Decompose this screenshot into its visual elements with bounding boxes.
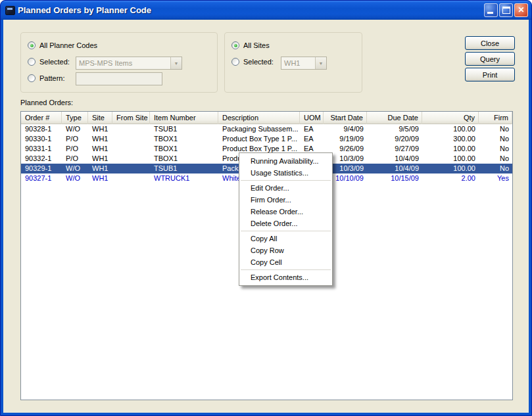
- cell-from-site[interactable]: [112, 124, 150, 134]
- cell-item-number[interactable]: TBOX1: [150, 154, 218, 164]
- maximize-button[interactable]: [499, 3, 513, 17]
- cell-qty[interactable]: 300.00: [422, 134, 479, 144]
- cell-due-date[interactable]: 9/27/09: [367, 144, 422, 154]
- cell-from-site[interactable]: [112, 144, 150, 154]
- cell-description[interactable]: Packaging Subassem...: [218, 124, 300, 134]
- cell-order-no[interactable]: 90327-1: [21, 173, 62, 183]
- cell-qty[interactable]: 100.00: [422, 154, 479, 164]
- cell-firm[interactable]: No: [479, 124, 512, 134]
- print-button[interactable]: Print: [465, 68, 515, 81]
- menu-item-copy-cell[interactable]: Copy Cell: [239, 256, 332, 268]
- table-row[interactable]: 90328-1 W/O WH1 TSUB1 Packaging Subassem…: [21, 124, 512, 134]
- cell-start-date[interactable]: 9/4/09: [324, 124, 367, 134]
- menu-item-copy-all[interactable]: Copy All: [239, 233, 332, 244]
- radio-selected-site[interactable]: [231, 58, 239, 66]
- cell-due-date[interactable]: 10/15/09: [367, 173, 422, 183]
- cell-order-no[interactable]: 90330-1: [21, 134, 62, 144]
- column-header-firm[interactable]: Firm: [479, 112, 512, 124]
- menu-item-running-availability[interactable]: Running Availability...: [239, 155, 332, 167]
- cell-due-date[interactable]: 9/20/09: [367, 134, 422, 144]
- radio-row-pattern: Pattern:: [28, 74, 65, 82]
- column-header-site[interactable]: Site: [88, 112, 112, 124]
- cell-site[interactable]: WH1: [88, 154, 112, 164]
- cell-firm[interactable]: No: [479, 134, 512, 144]
- cell-qty[interactable]: 100.00: [422, 164, 479, 173]
- cell-item-number[interactable]: TBOX1: [150, 144, 218, 154]
- cell-start-date[interactable]: 9/19/09: [324, 134, 367, 144]
- titlebar[interactable]: Planned Orders by Planner Code ✕: [1, 1, 531, 20]
- pattern-input: [76, 72, 162, 85]
- minimize-icon: [487, 12, 493, 14]
- radio-pattern[interactable]: [28, 74, 36, 82]
- cell-order-no[interactable]: 90331-1: [21, 144, 62, 154]
- cell-order-no[interactable]: 90328-1: [21, 124, 62, 134]
- cell-site[interactable]: WH1: [88, 164, 112, 173]
- radio-row-all-sites: All Sites: [231, 41, 270, 49]
- cell-firm[interactable]: Yes: [479, 173, 512, 183]
- cell-uom[interactable]: EA: [300, 134, 324, 144]
- cell-firm[interactable]: No: [479, 164, 512, 173]
- cell-from-site[interactable]: [112, 164, 150, 173]
- cell-qty[interactable]: 100.00: [422, 124, 479, 134]
- close-window-button[interactable]: ✕: [514, 3, 528, 17]
- radio-selected-planner[interactable]: [28, 58, 36, 66]
- menu-item-delete-order[interactable]: Delete Order...: [239, 218, 332, 229]
- cell-site[interactable]: WH1: [88, 134, 112, 144]
- column-header-uom[interactable]: UOM: [300, 112, 324, 124]
- column-header-start-date[interactable]: Start Date: [324, 112, 367, 124]
- cell-type[interactable]: W/O: [62, 124, 88, 134]
- cell-qty[interactable]: 100.00: [422, 144, 479, 154]
- cell-from-site[interactable]: [112, 154, 150, 164]
- table-row[interactable]: 90330-1 P/O WH1 TBOX1 Product Box Type 1…: [21, 134, 512, 144]
- cell-uom[interactable]: EA: [300, 124, 324, 134]
- cell-item-number[interactable]: TSUB1: [150, 164, 218, 173]
- menu-item-firm-order[interactable]: Firm Order...: [239, 194, 332, 206]
- column-header-type[interactable]: Type: [62, 112, 88, 124]
- menu-item-usage-statistics[interactable]: Usage Statistics...: [239, 167, 332, 179]
- cell-site[interactable]: WH1: [88, 173, 112, 183]
- cell-firm[interactable]: No: [479, 154, 512, 164]
- cell-from-site[interactable]: [112, 134, 150, 144]
- minimize-button[interactable]: [484, 3, 498, 17]
- query-button[interactable]: Query: [465, 52, 515, 66]
- cell-item-number[interactable]: TBOX1: [150, 134, 218, 144]
- column-header-due-date[interactable]: Due Date: [367, 112, 422, 124]
- column-header-qty[interactable]: Qty: [422, 112, 479, 124]
- radio-all-planner-codes[interactable]: [28, 41, 36, 49]
- context-menu: Running Availability... Usage Statistics…: [239, 152, 333, 286]
- cell-order-no[interactable]: 90332-1: [21, 154, 62, 164]
- menu-item-copy-row[interactable]: Copy Row: [239, 244, 332, 256]
- column-header-from-site[interactable]: From Site: [112, 112, 150, 124]
- cell-due-date[interactable]: 9/5/09: [367, 124, 422, 134]
- cell-type[interactable]: W/O: [62, 173, 88, 183]
- cell-description[interactable]: Product Box Type 1 P...: [218, 134, 300, 144]
- radio-all-sites[interactable]: [231, 41, 239, 49]
- column-header-description[interactable]: Description: [218, 112, 300, 124]
- cell-qty[interactable]: 2.00: [422, 173, 479, 183]
- cell-due-date[interactable]: 10/4/09: [367, 164, 422, 173]
- cell-item-number[interactable]: TSUB1: [150, 124, 218, 134]
- cell-site[interactable]: WH1: [88, 144, 112, 154]
- cell-type[interactable]: P/O: [62, 144, 88, 154]
- column-header-item-number[interactable]: Item Number: [150, 112, 218, 124]
- menu-item-edit-order[interactable]: Edit Order...: [239, 182, 332, 194]
- cell-from-site[interactable]: [112, 173, 150, 183]
- planner-combo-dropdown-button: ▼: [170, 57, 181, 69]
- cell-order-no[interactable]: 90329-1: [21, 164, 62, 173]
- menu-separator: [241, 231, 331, 231]
- cell-due-date[interactable]: 10/4/09: [367, 154, 422, 164]
- site-select: WH1 ▼: [281, 57, 327, 70]
- close-button[interactable]: Close: [465, 36, 515, 50]
- cell-site[interactable]: WH1: [88, 124, 112, 134]
- column-header-order[interactable]: Order #: [21, 112, 62, 124]
- menu-item-release-order[interactable]: Release Order...: [239, 206, 332, 218]
- cell-firm[interactable]: No: [479, 144, 512, 154]
- pattern-label: Pattern:: [39, 74, 65, 82]
- menu-item-export-contents[interactable]: Export Contents...: [239, 271, 332, 283]
- cell-type[interactable]: P/O: [62, 134, 88, 144]
- cell-item-number[interactable]: WTRUCK1: [150, 173, 218, 183]
- menu-separator: [241, 180, 331, 181]
- chevron-down-icon: ▼: [174, 61, 179, 66]
- cell-type[interactable]: W/O: [62, 164, 88, 173]
- cell-type[interactable]: P/O: [62, 154, 88, 164]
